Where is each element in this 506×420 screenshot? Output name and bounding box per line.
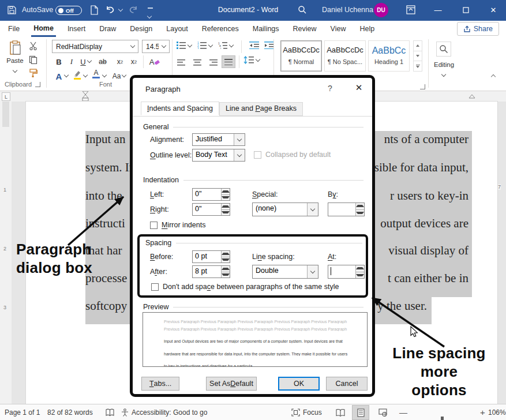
quick-access-more-icon[interactable] [148,7,153,20]
line-spacing-dropdown-icon[interactable] [307,265,318,278]
collapse-ribbon-icon[interactable] [492,70,500,76]
search-icon[interactable] [298,5,307,14]
editing-dropdown-icon[interactable] [441,72,446,77]
outline-dropdown-icon[interactable] [234,149,245,161]
style-heading1[interactable]: AaBbCc Heading 1 [368,40,410,72]
after-spinner[interactable]: 8 pt [192,265,230,278]
styles-scrollbar[interactable] [413,40,422,72]
maximize-button[interactable] [456,1,475,18]
word-count[interactable]: 82 of 82 words [47,408,93,417]
format-painter-icon[interactable] [29,69,38,77]
dialog-close-icon[interactable]: ✕ [352,82,366,94]
styles-scroll-down-icon[interactable] [414,51,422,61]
subscript-button[interactable]: x2 [113,55,127,68]
after-spin-down-icon[interactable] [222,272,230,278]
font-color-button[interactable]: A [92,70,100,78]
focus-button[interactable]: Focus [291,408,322,417]
autosave-toggle[interactable]: Off [55,6,82,15]
left-spin-down-icon[interactable] [222,194,230,201]
indent-left-spinner[interactable]: 0" [192,188,230,201]
align-center-button[interactable] [190,56,204,69]
styles-gallery-more-icon[interactable] [414,61,422,71]
by-spin-down-icon[interactable] [356,209,364,216]
tab-design[interactable]: Design [128,21,155,37]
right-spin-up-icon[interactable] [222,204,230,209]
right-spin-down-icon[interactable] [222,209,230,216]
before-spin-up-icon[interactable] [222,251,230,257]
zoom-in-button[interactable]: + [480,407,485,417]
multilevel-dropdown-icon[interactable] [229,43,234,47]
multilevel-list-button[interactable]: 1ai [218,42,227,49]
avatar[interactable]: DU [374,3,388,17]
font-size-dropdown-icon[interactable] [162,43,166,48]
font-size-combo[interactable]: 14.5 [142,40,170,53]
share-button[interactable]: Share [457,22,499,36]
line-spacing-dropdown-icon[interactable] [256,57,260,62]
tab-help[interactable]: Help [357,21,377,37]
tab-draw[interactable]: Draw [97,21,118,37]
read-mode-button[interactable] [332,405,349,420]
line-spacing-button[interactable] [243,56,254,64]
at-spinner[interactable] [328,265,365,279]
font-color-dropdown-icon[interactable] [102,73,107,77]
tabs-button[interactable]: Tabs... [141,377,179,391]
font-name-combo[interactable]: RedHatDisplay [52,40,138,53]
decrease-indent-button[interactable] [249,42,259,49]
user-name[interactable]: Daniel Uchenna [322,6,373,14]
cut-icon[interactable] [29,42,38,50]
right-indent-marker-icon[interactable] [468,94,475,99]
proofing-icon[interactable] [106,408,114,417]
numbering-dropdown-icon[interactable] [208,43,213,47]
page-indicator[interactable]: Page 1 of 1 [5,408,40,417]
font-name-dropdown-icon[interactable] [130,43,135,48]
before-spin-down-icon[interactable] [222,257,230,263]
highlight-color-button[interactable] [73,70,82,80]
copy-icon[interactable] [29,55,38,64]
special-dropdown-icon[interactable] [307,203,318,216]
at-spin-up-icon[interactable] [356,265,364,272]
minimize-button[interactable]: — [428,1,448,18]
special-combo[interactable]: (none) [252,202,318,216]
alignment-combo[interactable]: Justified [192,133,245,146]
paste-button[interactable]: Paste [5,40,25,74]
bold-button[interactable]: B [52,55,66,68]
accessibility-status[interactable]: Accessibility: Good to go [121,408,207,417]
dialog-help-icon[interactable]: ? [328,84,332,93]
outline-level-combo[interactable]: Body Text [192,149,245,162]
clear-formatting-button[interactable]: A [148,55,162,68]
tab-review[interactable]: Review [291,21,319,37]
left-spin-up-icon[interactable] [222,189,230,194]
indent-right-spinner[interactable]: 0" [192,203,230,216]
indent-markers-icon[interactable] [81,91,89,102]
new-document-icon[interactable] [90,5,99,15]
zoom-level[interactable]: 106% [488,408,506,417]
alignment-dropdown-icon[interactable] [234,134,245,145]
highlight-dropdown-icon[interactable] [83,73,88,77]
ribbon-display-options-icon[interactable] [406,5,415,14]
increase-indent-button[interactable] [264,42,274,49]
dont-add-space-checkbox[interactable]: Don't add space between paragraphs of th… [151,283,339,291]
styles-scroll-up-icon[interactable] [414,41,422,51]
zoom-out-button[interactable]: — [399,408,407,417]
by-spinner[interactable] [328,202,365,216]
paste-dropdown-icon[interactable] [13,68,17,73]
line-spacing-combo[interactable]: Double [252,265,318,279]
style-normal[interactable]: AaBbCcDc ¶ Normal [280,40,322,72]
dialog-tab-line-page-breaks[interactable]: Line and Page Breaks [219,102,303,116]
style-no-spacing[interactable]: AaBbCcDc ¶ No Spac... [324,40,366,72]
clipboard-dialog-launcher-icon[interactable] [35,82,40,87]
undo-dropdown-icon[interactable] [118,7,123,12]
bullets-dropdown-icon[interactable] [188,43,192,47]
close-button[interactable]: ✕ [483,1,503,18]
save-icon[interactable] [7,5,17,15]
dialog-tab-indents-spacing[interactable]: Indents and Spacing [141,102,219,115]
dont-add-space-checkbox-box[interactable] [151,283,159,291]
align-left-button[interactable] [174,56,188,69]
by-spin-up-icon[interactable] [356,203,364,209]
print-layout-button[interactable] [352,405,369,420]
before-spinner[interactable]: 0 pt [192,250,230,263]
align-right-button[interactable] [207,56,220,69]
ok-button[interactable]: OK [278,377,320,391]
justify-button[interactable] [222,55,235,68]
styles-dialog-launcher-icon[interactable] [420,84,425,89]
